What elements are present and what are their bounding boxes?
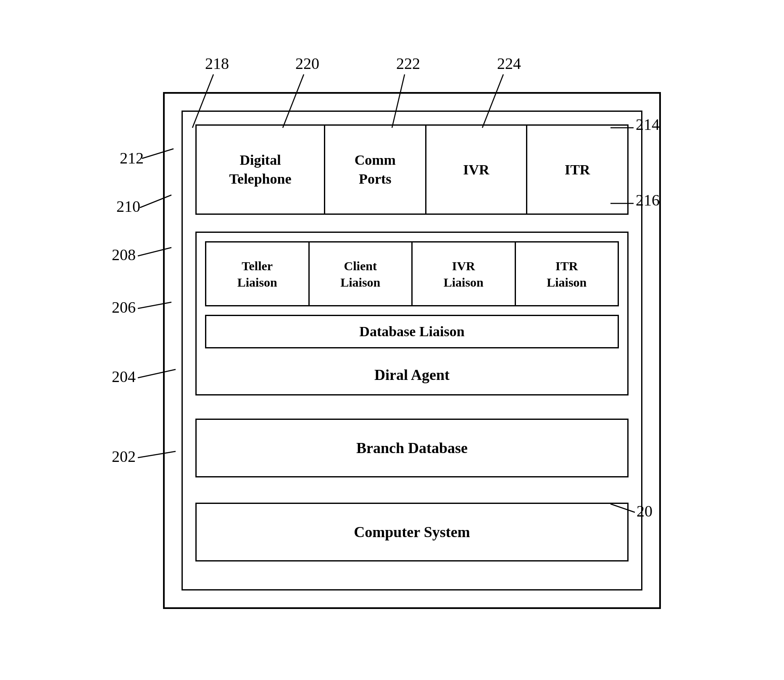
digital-telephone-label: Digital Telephone — [229, 151, 291, 188]
ref-202: 202 — [112, 448, 136, 465]
ivr-label: IVR — [463, 162, 489, 178]
itr-liaison-label: ITR Liaison — [547, 258, 587, 290]
diral-agent-container: Diral Agent — [197, 366, 627, 384]
cell-client-liaison: Client Liaison — [310, 242, 413, 305]
row1-container: Digital Telephone Comm Ports IVR ITR — [195, 124, 629, 215]
page: 218 220 222 224 212 214 210 — [0, 0, 784, 680]
computer-system-label: Computer System — [354, 523, 470, 541]
ref-220: 220 — [295, 55, 319, 72]
branch-database-box: Branch Database — [195, 419, 629, 477]
ref-222: 222 — [396, 55, 420, 72]
row2-diral-agent: Teller Liaison Client Liaison IVR Liaiso… — [195, 232, 629, 395]
diagram-wrapper: 218 220 222 224 212 214 210 — [98, 46, 686, 634]
teller-liaison-label: Teller Liaison — [237, 258, 277, 290]
inner-container: Digital Telephone Comm Ports IVR ITR — [182, 111, 642, 590]
ref-212: 212 — [120, 149, 144, 167]
cell-ivr-liaison: IVR Liaison — [413, 242, 516, 305]
ref-218: 218 — [205, 55, 229, 72]
ivr-liaison-label: IVR Liaison — [444, 258, 484, 290]
cell-itr-liaison: ITR Liaison — [516, 242, 618, 305]
ref-204: 204 — [112, 368, 136, 385]
itr-label: ITR — [565, 162, 590, 178]
diral-agent-label: Diral Agent — [374, 366, 450, 383]
ref-210: 210 — [116, 198, 140, 215]
ref-224: 224 — [497, 55, 521, 72]
computer-system-box: Computer System — [195, 503, 629, 561]
liaisons-row: Teller Liaison Client Liaison IVR Liaiso… — [205, 241, 619, 306]
database-liaison-box: Database Liaison — [205, 315, 619, 348]
client-liaison-label: Client Liaison — [340, 258, 380, 290]
cell-itr: ITR — [527, 126, 627, 213]
comm-ports-label: Comm Ports — [355, 151, 396, 188]
branch-database-label: Branch Database — [356, 439, 468, 457]
outer-border: Digital Telephone Comm Ports IVR ITR — [163, 92, 661, 609]
database-liaison-label: Database Liaison — [359, 324, 464, 340]
ref-208: 208 — [112, 246, 136, 264]
cell-comm-ports: Comm Ports — [325, 126, 426, 213]
cell-digital-telephone: Digital Telephone — [197, 126, 325, 213]
cell-ivr: IVR — [426, 126, 528, 213]
ref-206: 206 — [112, 298, 136, 316]
cell-teller-liaison: Teller Liaison — [206, 242, 310, 305]
